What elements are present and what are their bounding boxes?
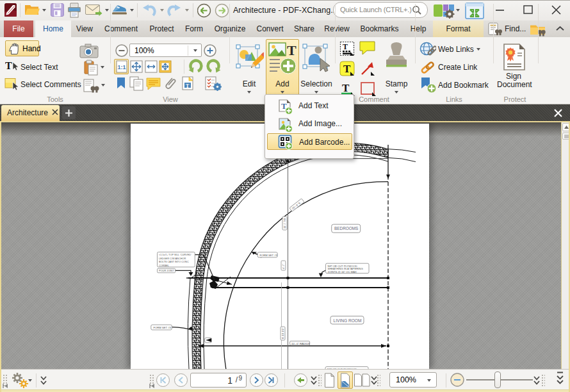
svg-text:<1.5x7+ TOP SILL 'CURVED': <1.5x7+ TOP SILL 'CURVED' — [159, 253, 191, 256]
svg-text:8'-10 1/2": 8'-10 1/2" — [281, 327, 284, 339]
svg-text:BEDROOMS: BEDROOMS — [334, 226, 358, 231]
svg-text:POUR JOINT: POUR JOINT — [159, 269, 174, 272]
svg-text:T: T — [287, 42, 297, 58]
svg-text:11'-7 7/8": 11'-7 7/8" — [283, 217, 286, 229]
svg-text:T: T — [343, 42, 348, 51]
svg-text:BOLTS CAST INTO CONC: BOLTS CAST INTO CONC — [159, 260, 189, 263]
svg-text:LIVING ROOM: LIVING ROOM — [334, 318, 362, 323]
svg-text:4'-7": 4'-7" — [282, 263, 285, 269]
svg-text:FORM SET #3: FORM SET #3 — [154, 326, 172, 329]
svg-text:T: T — [5, 60, 12, 71]
svg-text:T: T — [186, 83, 190, 89]
svg-text:10'- 0" RADIUS: 10'- 0" RADIUS — [291, 342, 310, 345]
svg-text:JOINTS @ 16" OC MAX: JOINTS @ 16" OC MAX — [328, 270, 357, 274]
svg-text:T: T — [343, 63, 351, 75]
svg-text:T: T — [342, 82, 350, 94]
svg-text:CORBEL: CORBEL — [159, 264, 170, 267]
svg-text:FORM SET #3: FORM SET #3 — [260, 254, 278, 257]
svg-text:LEDGER C/W ANCHOR: LEDGER C/W ANCHOR — [159, 257, 186, 260]
svg-text:1:1: 1:1 — [118, 64, 126, 70]
